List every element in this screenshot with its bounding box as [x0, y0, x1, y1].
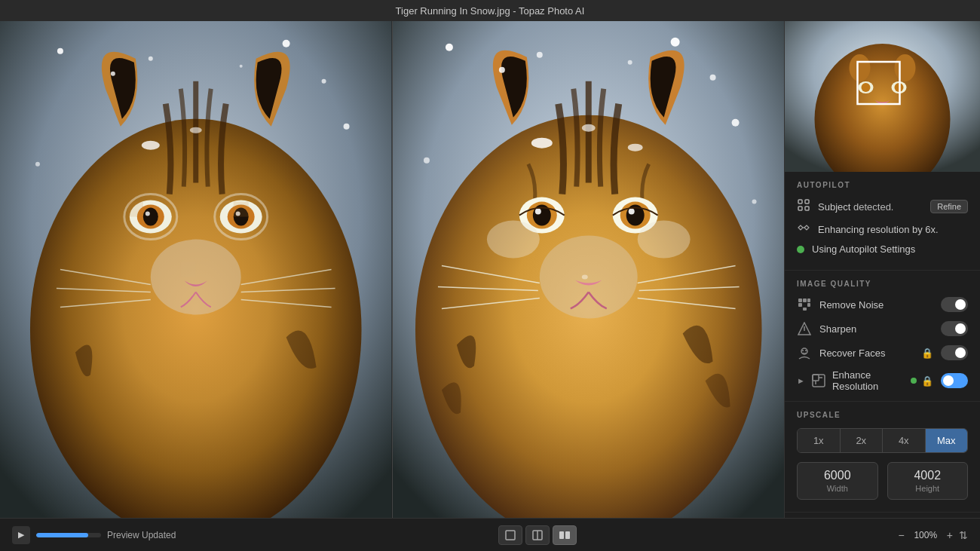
enhance-resolution-lock-icon: 🔒	[921, 375, 933, 387]
svg-point-63	[627, 144, 642, 152]
single-view-button[interactable]	[498, 525, 522, 545]
svg-point-21	[283, 40, 290, 47]
svg-rect-73	[798, 200, 802, 204]
bottom-bar: ▶ Preview Updated − 100% + ⇅	[0, 518, 980, 551]
svg-point-67	[862, 83, 871, 92]
svg-point-45	[581, 274, 587, 279]
tiger-image-before	[0, 21, 392, 518]
enhance-resolution-toggle[interactable]	[941, 373, 968, 388]
svg-rect-78	[798, 298, 802, 302]
recover-faces-icon	[797, 345, 812, 360]
progress-bar	[36, 533, 101, 537]
enhance-resolution-dot	[911, 378, 917, 384]
play-button[interactable]: ▶	[12, 526, 30, 544]
bottom-left: ▶ Preview Updated	[12, 526, 176, 544]
svg-point-54	[670, 38, 679, 47]
svg-point-60	[752, 200, 756, 204]
title-bar: Tiger Running In Snow.jpg - Topaz Photo …	[0, 0, 980, 21]
refine-button[interactable]: Refine	[930, 200, 968, 213]
enhance-text: Enhancing resolution by 6x.	[818, 224, 939, 235]
recover-faces-row: Recover Faces 🔒	[797, 345, 968, 360]
sharpen-label: Sharpen	[819, 323, 933, 335]
expand-icon[interactable]: ►	[797, 376, 805, 385]
svg-rect-79	[803, 298, 807, 302]
image-panel-right	[393, 21, 785, 518]
tiger-image-after	[393, 21, 785, 518]
svg-point-43	[637, 221, 690, 259]
remove-noise-label: Remove Noise	[819, 299, 933, 311]
svg-rect-89	[813, 375, 819, 381]
svg-rect-81	[798, 303, 802, 307]
enhance-resolution-label: Enhance Resolution	[832, 369, 905, 392]
height-box: 4002 Height	[887, 462, 969, 500]
enhance-resolution-icon	[811, 373, 826, 388]
dual-view-icon	[559, 529, 571, 541]
dimension-row: 6000 Width 4002 Height	[797, 462, 968, 500]
remove-noise-toggle[interactable]	[941, 297, 968, 312]
svg-point-28	[190, 127, 202, 133]
svg-point-24	[344, 124, 350, 130]
svg-point-61	[531, 138, 552, 148]
svg-point-5	[145, 212, 150, 216]
height-value: 4002	[897, 469, 959, 482]
image-panel-left	[0, 21, 393, 518]
autopilot-section: AUTOPILOT Subject detected. Refine	[785, 172, 980, 271]
upscale-title: UPSCALE	[797, 411, 968, 419]
sharpen-row: Sharpen	[797, 321, 968, 336]
image-area	[0, 21, 784, 518]
autopilot-settings-text: Using Autopilot Settings	[812, 243, 968, 255]
split-view-button[interactable]	[525, 525, 550, 545]
svg-point-59	[627, 60, 632, 65]
progress-fill	[36, 533, 88, 537]
svg-point-4	[143, 208, 158, 226]
sharpen-slider	[941, 321, 968, 336]
scale-2x-button[interactable]: 2x	[841, 429, 884, 452]
preview-label: Preview Updated	[107, 530, 176, 540]
main-layout: AUTOPILOT Subject detected. Refine	[0, 21, 980, 518]
right-panel: AUTOPILOT Subject detected. Refine	[784, 21, 980, 518]
resolution-row: Enhancing resolution by 6x.	[797, 221, 968, 237]
width-value: 6000	[807, 469, 868, 482]
svg-rect-30	[234, 202, 249, 217]
scale-4x-button[interactable]: 4x	[883, 429, 926, 452]
svg-point-71	[895, 54, 916, 81]
svg-point-55	[709, 75, 715, 81]
svg-rect-74	[805, 200, 809, 204]
autopilot-settings-row: Using Autopilot Settings	[797, 243, 968, 255]
svg-point-23	[35, 162, 40, 167]
bottom-center	[498, 525, 577, 545]
remove-noise-slider	[941, 297, 968, 312]
thumbnail-image	[785, 21, 980, 172]
zoom-reset-button[interactable]: ⇅	[959, 529, 968, 541]
svg-rect-93	[506, 531, 515, 540]
svg-rect-76	[805, 207, 809, 210]
svg-point-52	[445, 44, 452, 51]
svg-point-57	[731, 119, 739, 127]
zoom-in-button[interactable]: +	[947, 529, 953, 541]
svg-point-44	[539, 236, 637, 319]
recover-faces-label: Recover Faces	[819, 347, 914, 359]
svg-rect-96	[559, 531, 564, 539]
svg-point-87	[802, 350, 804, 351]
scale-1x-button[interactable]: 1x	[798, 429, 841, 452]
svg-point-19	[57, 48, 63, 54]
svg-point-37	[534, 209, 541, 215]
app-title: Tiger Running In Snow.jpg - Topaz Photo …	[396, 5, 585, 17]
recover-faces-toggle[interactable]	[941, 345, 968, 360]
sharpen-icon	[797, 321, 812, 336]
bottom-right: − 100% + ⇅	[899, 529, 968, 541]
width-box: 6000 Width	[797, 462, 878, 500]
svg-rect-29	[128, 202, 143, 217]
zoom-out-button[interactable]: −	[899, 529, 905, 541]
svg-rect-80	[807, 298, 810, 302]
sharpen-toggle[interactable]	[941, 321, 968, 336]
upscale-buttons: 1x 2x 4x Max	[797, 428, 968, 453]
single-view-icon	[504, 529, 516, 541]
thumbnail-area	[785, 21, 980, 172]
dual-view-button[interactable]	[553, 525, 577, 545]
svg-point-56	[423, 158, 429, 164]
scale-max-button[interactable]: Max	[926, 429, 968, 452]
enhance-resolution-controls: 🔒	[911, 373, 968, 388]
recover-faces-controls: 🔒	[921, 345, 968, 360]
svg-rect-75	[798, 207, 802, 210]
